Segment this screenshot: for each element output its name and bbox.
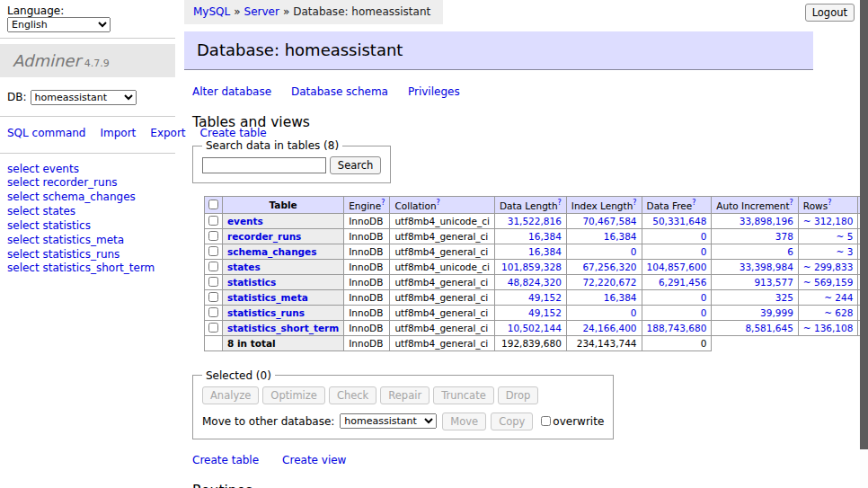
data-length-link[interactable]: 16,384 xyxy=(528,246,562,257)
table-name-link[interactable]: statistics_short_term xyxy=(227,323,339,333)
sidebar-select-link-7[interactable]: select statistics_short_term xyxy=(7,262,168,276)
sidebar-select-link-6[interactable]: select statistics_runs xyxy=(7,248,168,262)
auto-increment-link[interactable]: 378 xyxy=(775,231,793,242)
row-checkbox[interactable] xyxy=(208,216,218,226)
scrollbar-thumb[interactable] xyxy=(860,0,868,449)
index-length-link[interactable]: 70,467,584 xyxy=(582,216,636,226)
help-icon[interactable]: ? xyxy=(790,199,793,207)
select-all-checkbox[interactable] xyxy=(208,200,218,209)
rows-cell: ~ 244 xyxy=(798,289,858,305)
rows-link[interactable]: ~ 569,159 xyxy=(803,277,854,288)
index-length-link[interactable]: 16,384 xyxy=(604,231,637,242)
help-icon[interactable]: ? xyxy=(558,199,562,207)
analyze-button[interactable]: Analyze xyxy=(202,386,259,404)
table-name-link[interactable]: schema_changes xyxy=(227,246,317,257)
sidebar-select-link-2[interactable]: select schema_changes xyxy=(7,191,168,205)
data-free-link[interactable]: 50,331,648 xyxy=(652,216,706,226)
data-free-link[interactable]: 188,743,680 xyxy=(647,323,707,333)
rows-link[interactable]: ~ 5 xyxy=(837,231,854,242)
rows-link[interactable]: ~ 3 xyxy=(837,246,854,257)
help-icon[interactable]: ? xyxy=(692,199,695,207)
data-length-link[interactable]: 101,859,328 xyxy=(501,262,562,272)
sidebar-select-link-0[interactable]: select events xyxy=(7,163,168,177)
row-checkbox[interactable] xyxy=(208,262,218,271)
data-length-link[interactable]: 49,152 xyxy=(528,292,562,303)
row-checkbox[interactable] xyxy=(208,323,218,333)
data-free-link[interactable]: 6,291,456 xyxy=(659,277,706,288)
sidebar-select-link-5[interactable]: select statistics_meta xyxy=(7,234,168,248)
table-name-link[interactable]: statistics xyxy=(227,277,276,288)
sidebar-action-0[interactable]: SQL command xyxy=(7,127,85,139)
data-length-link[interactable]: 16,384 xyxy=(528,231,562,242)
help-icon[interactable]: ? xyxy=(437,199,440,207)
table-name-link[interactable]: statistics_runs xyxy=(227,307,305,318)
auto-increment-link[interactable]: 39,999 xyxy=(760,307,793,318)
auto-increment-link[interactable]: 913,577 xyxy=(754,277,793,288)
data-free-link[interactable]: 0 xyxy=(701,231,707,242)
create-link-1[interactable]: Create view xyxy=(282,454,346,466)
help-icon[interactable]: ? xyxy=(828,199,831,207)
data-length-link[interactable]: 31,522,816 xyxy=(508,216,562,226)
search-input[interactable] xyxy=(202,157,326,173)
table-name-cell: statistics xyxy=(223,274,344,289)
index-length-link[interactable]: 72,220,672 xyxy=(582,277,636,288)
db-select[interactable]: homeassistant xyxy=(31,90,137,105)
index-length-link[interactable]: 0 xyxy=(631,246,637,257)
help-icon[interactable]: ? xyxy=(381,199,385,207)
row-checkbox[interactable] xyxy=(208,292,218,302)
create-link-0[interactable]: Create table xyxy=(192,454,259,466)
optimize-button[interactable]: Optimize xyxy=(262,386,325,404)
move-db-select[interactable]: homeassistant xyxy=(340,413,437,429)
check-button[interactable]: Check xyxy=(329,386,376,404)
row-checkbox[interactable] xyxy=(208,246,218,256)
data-free-link[interactable]: 0 xyxy=(701,246,707,257)
rows-link[interactable]: ~ 628 xyxy=(824,307,853,318)
search-button[interactable]: Search xyxy=(330,156,382,174)
breadcrumb-link[interactable]: MySQL xyxy=(193,5,230,18)
data-length-link[interactable]: 48,824,320 xyxy=(508,277,562,288)
data-length-link[interactable]: 49,152 xyxy=(528,307,562,318)
sidebar-action-1[interactable]: Import xyxy=(100,127,136,139)
data-free-link[interactable]: 0 xyxy=(701,292,707,303)
rows-link[interactable]: ~ 312,180 xyxy=(803,216,854,226)
row-checkbox[interactable] xyxy=(208,231,218,241)
auto-increment-link[interactable]: 6 xyxy=(787,246,793,257)
sidebar-action-2[interactable]: Export xyxy=(150,127,185,139)
rows-link[interactable]: ~ 299,833 xyxy=(803,262,854,272)
table-name-link[interactable]: statistics_meta xyxy=(227,292,308,303)
language-select[interactable]: English xyxy=(7,17,111,32)
drop-button[interactable]: Drop xyxy=(498,386,539,404)
db-link-0[interactable]: Alter database xyxy=(192,85,271,98)
sidebar-select-link-4[interactable]: select statistics xyxy=(7,219,168,234)
row-checkbox[interactable] xyxy=(208,307,218,317)
auto-increment-link[interactable]: 33,898,196 xyxy=(740,216,793,226)
auto-increment-link[interactable]: 8,581,645 xyxy=(745,323,793,333)
data-free-link[interactable]: 104,857,600 xyxy=(647,262,707,272)
db-link-1[interactable]: Database schema xyxy=(291,85,388,98)
sidebar-select-link-3[interactable]: select states xyxy=(7,205,168,219)
rows-link[interactable]: ~ 244 xyxy=(824,292,853,303)
index-length-link[interactable]: 16,384 xyxy=(604,292,637,303)
sidebar-select-link-1[interactable]: select recorder_runs xyxy=(7,176,168,191)
data-length-link[interactable]: 10,502,144 xyxy=(508,323,562,333)
help-icon[interactable]: ? xyxy=(633,199,636,207)
repair-button[interactable]: Repair xyxy=(380,386,430,404)
auto-increment-link[interactable]: 325 xyxy=(775,292,793,303)
index-length-link[interactable]: 67,256,320 xyxy=(582,262,636,272)
breadcrumb-link[interactable]: Server xyxy=(244,5,279,18)
db-link-2[interactable]: Privileges xyxy=(408,85,460,98)
table-name-link[interactable]: events xyxy=(227,216,263,226)
data-free-link[interactable]: 0 xyxy=(701,307,707,318)
truncate-button[interactable]: Truncate xyxy=(433,386,494,404)
copy-button[interactable]: Copy xyxy=(491,413,533,430)
auto-increment-link[interactable]: 33,398,984 xyxy=(740,262,793,272)
rows-link[interactable]: ~ 136,108 xyxy=(803,323,854,333)
index-length-link[interactable]: 0 xyxy=(631,307,637,318)
index-length-link[interactable]: 24,166,400 xyxy=(582,323,636,333)
move-button[interactable]: Move xyxy=(442,413,486,430)
row-checkbox[interactable] xyxy=(208,277,218,287)
table-row: eventsInnoDButf8mb4_unicode_ci31,522,816… xyxy=(205,213,868,228)
overwrite-checkbox[interactable] xyxy=(541,416,551,426)
table-name-link[interactable]: recorder_runs xyxy=(227,231,301,242)
table-name-link[interactable]: states xyxy=(227,262,261,272)
